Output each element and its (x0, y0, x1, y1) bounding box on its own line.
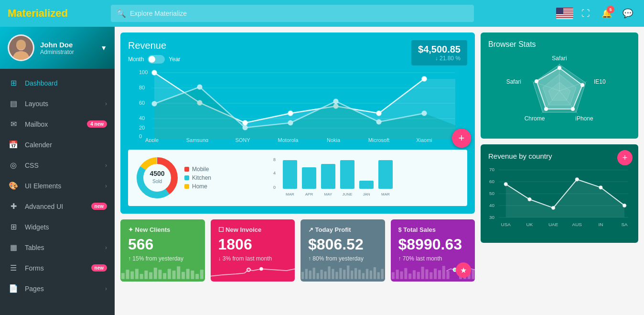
add-country-button[interactable]: + (617, 150, 633, 165)
svg-text:100: 100 (139, 69, 148, 75)
svg-rect-115 (417, 272, 419, 279)
svg-point-28 (288, 111, 293, 116)
revenue-header: Revenue Month Year $4,500.85 ↓ 21.80 % (128, 40, 467, 65)
svg-text:iPhone: iPhone (575, 115, 593, 122)
svg-rect-111 (400, 272, 403, 279)
revenue-toggle[interactable] (148, 55, 165, 64)
home-label: Home (192, 183, 207, 190)
svg-rect-72 (144, 271, 148, 279)
svg-text:MAY: MAY (324, 192, 333, 196)
svg-rect-108 (381, 269, 384, 279)
svg-text:MAR: MAR (381, 192, 390, 196)
svg-rect-121 (442, 266, 445, 279)
add-revenue-button[interactable]: + (452, 129, 471, 148)
svg-rect-74 (154, 268, 157, 279)
search-icon: 🔍 (117, 9, 126, 18)
svg-rect-95 (332, 269, 334, 279)
svg-point-85 (247, 268, 250, 272)
revenue-amount-box: $4,500.85 ↓ 21.80 % (411, 40, 467, 65)
svg-rect-112 (404, 268, 407, 279)
user-dropdown-button[interactable]: ▼ (100, 44, 107, 52)
svg-rect-105 (370, 271, 372, 279)
svg-text:Sold: Sold (152, 179, 162, 184)
svg-rect-99 (347, 265, 349, 279)
donut-section: 4500 Sold Mobile Kitchen (136, 156, 211, 199)
svg-rect-104 (366, 269, 368, 279)
sidebar-item-label: Mailbox (25, 120, 87, 128)
kitchen-dot (184, 175, 189, 180)
svg-text:MAR: MAR (286, 192, 294, 196)
logo-m: M (8, 7, 16, 19)
svg-rect-5 (556, 16, 573, 17)
sidebar-item-mailbox[interactable]: ✉ Mailbox 4 new (0, 114, 115, 134)
svg-rect-83 (195, 274, 199, 279)
svg-rect-103 (362, 273, 365, 279)
svg-text:50: 50 (489, 191, 495, 196)
sidebar-item-label: Tables (25, 244, 105, 251)
sidebar-item-calender[interactable]: 📅 Calender (0, 134, 115, 155)
svg-rect-94 (328, 266, 330, 279)
app-logo: Materialized (8, 7, 103, 20)
svg-rect-90 (313, 268, 315, 279)
svg-text:Safari: Safari (552, 55, 567, 62)
svg-point-133 (580, 83, 584, 87)
svg-rect-68 (126, 270, 129, 279)
sidebar-item-dashboard[interactable]: ⊞ Dashboard (0, 73, 115, 93)
svg-point-159 (552, 206, 555, 209)
svg-rect-84 (200, 270, 204, 279)
mobile-dot (184, 167, 189, 172)
svg-rect-101 (354, 268, 357, 279)
ui-elements-icon: 🎨 (8, 181, 19, 190)
svg-text:Motorola: Motorola (278, 137, 299, 142)
svg-rect-56 (302, 167, 316, 189)
svg-point-32 (152, 101, 157, 106)
sidebar-item-tables[interactable]: ▦ Tables › (0, 237, 115, 258)
svg-rect-7 (556, 8, 563, 14)
svg-rect-107 (377, 272, 380, 279)
chevron-right-icon: › (105, 183, 107, 189)
search-bar[interactable]: 🔍 (111, 5, 474, 22)
sidebar-item-label: Widgets (25, 223, 107, 231)
sidebar-item-css[interactable]: ◎ CSS › (0, 155, 115, 175)
top-nav: Materialized 🔍 ⛶ 🔔 5 💬 (0, 0, 644, 27)
svg-rect-89 (309, 271, 311, 279)
today-profit-value: $806.52 (308, 235, 377, 253)
svg-rect-55 (283, 160, 297, 189)
svg-point-25 (152, 70, 157, 75)
sidebar-item-layouts[interactable]: ▤ Layouts › (0, 93, 115, 114)
svg-rect-58 (340, 160, 354, 189)
revenue-chart: 100 80 60 40 20 0 (128, 65, 467, 144)
sidebar-item-pages[interactable]: 📄 Pages › (0, 278, 115, 299)
svg-text:60: 60 (489, 179, 495, 184)
sidebar-item-label: Forms (25, 264, 91, 272)
sidebar-item-ui-elements[interactable]: 🎨 UI Elements › (0, 175, 115, 196)
svg-text:SA: SA (621, 222, 628, 227)
sidebar-item-widgets[interactable]: ⊞ Widgets (0, 217, 115, 237)
svg-text:AUS: AUS (572, 222, 582, 227)
svg-text:APR: APR (305, 192, 313, 196)
home-dot (184, 184, 189, 189)
sidebar-item-forms[interactable]: ☰ Forms new (0, 258, 115, 278)
star-button[interactable]: ★ (456, 262, 471, 278)
chevron-right-icon: › (105, 285, 107, 292)
svg-rect-59 (359, 181, 374, 189)
language-flag[interactable] (556, 8, 573, 19)
svg-rect-127 (472, 269, 474, 279)
svg-rect-100 (351, 271, 353, 279)
search-input[interactable] (130, 10, 468, 17)
country-chart-svg: 70 60 50 40 30 (488, 164, 631, 233)
chevron-right-icon: › (105, 100, 107, 107)
svg-text:Apple: Apple (145, 137, 159, 142)
fullscreen-button[interactable]: ⛶ (577, 5, 594, 22)
notifications-button[interactable]: 🔔 5 (598, 5, 615, 22)
svg-rect-57 (321, 164, 335, 189)
svg-rect-88 (305, 269, 308, 279)
donut-legend: Mobile Kitchen Home (184, 166, 211, 190)
svg-rect-93 (324, 272, 326, 279)
legend-item-mobile: Mobile (184, 166, 211, 173)
svg-rect-81 (186, 269, 190, 279)
messages-button[interactable]: 💬 (619, 5, 636, 22)
sidebar-item-advanced-ui[interactable]: ✚ Advanced UI new (0, 196, 115, 217)
donut-chart: 4500 Sold (136, 156, 179, 199)
svg-point-86 (259, 267, 263, 271)
